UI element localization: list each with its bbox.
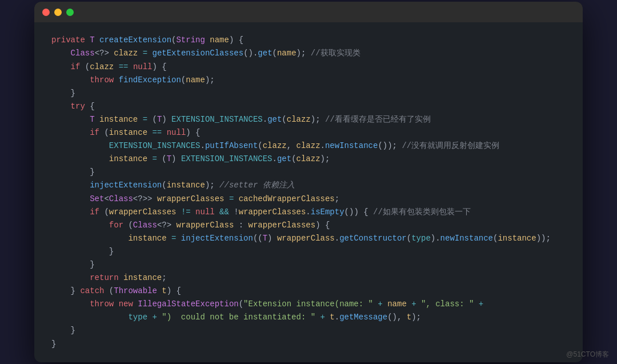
- maximize-button[interactable]: [66, 9, 74, 16]
- minimize-button[interactable]: [54, 9, 62, 16]
- code-window: private T createExtension(String name) {…: [34, 2, 583, 362]
- titlebar: [34, 2, 583, 22]
- code-content: private T createExtension(String name) {…: [34, 22, 583, 362]
- close-button[interactable]: [42, 9, 50, 16]
- screen: private T createExtension(String name) {…: [0, 0, 617, 364]
- watermark: @51CTO博客: [566, 350, 609, 359]
